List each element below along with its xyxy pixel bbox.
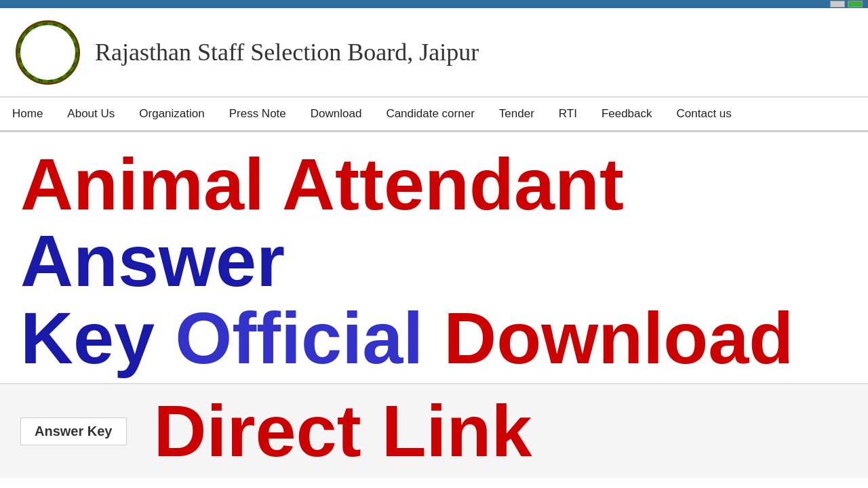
nav-item-download[interactable]: Download [298,98,374,130]
nav-item-contact[interactable]: Contact us [665,98,744,130]
nav-link-candidate-corner[interactable]: Candidate corner [374,98,486,130]
nav-link-contact[interactable]: Contact us [665,98,744,130]
nav-link-organization[interactable]: Organization [127,98,216,130]
hero-line1-red: Animal Attendant [20,143,624,225]
hero-line2-red: Download [443,297,793,379]
top-bar-btn-2[interactable] [848,1,863,7]
nav-link-press-note[interactable]: Press Note [217,98,298,130]
nav-item-home[interactable]: Home [0,98,55,130]
top-bar [0,0,868,8]
hero-line1: Animal Attendant Answer [20,146,848,300]
main-navbar: Home About Us Organization Press Note Do… [0,98,868,132]
hero-line1-blue: Answer [20,220,285,302]
logo-container: राजस्थान [14,15,81,89]
nav-item-press-note[interactable]: Press Note [217,98,298,130]
nav-link-rti[interactable]: RTI [547,98,589,130]
nav-item-rti[interactable]: RTI [547,98,589,130]
nav-item-about[interactable]: About Us [55,98,127,130]
hero-title: Animal Attendant Answer Key Official Dow… [20,146,848,376]
hero-line2-blue1: Key [20,297,155,379]
nav-link-about[interactable]: About Us [55,98,127,130]
nav-item-tender[interactable]: Tender [487,98,547,130]
logo-wreath [18,22,78,83]
nav-link-home[interactable]: Home [0,98,55,130]
nav-item-feedback[interactable]: Feedback [589,98,665,130]
top-bar-btn-1[interactable] [830,1,845,7]
nav-link-tender[interactable]: Tender [487,98,547,130]
site-header: राजस्थान Rajasthan Staff Selection Board… [0,8,868,98]
hero-line2: Key Official Download [20,300,848,376]
nav-link-feedback[interactable]: Feedback [589,98,665,130]
nav-item-organization[interactable]: Organization [127,98,216,130]
nav-item-candidate-corner[interactable]: Candidate corner [374,98,486,130]
answer-key-badge: Answer Key [20,418,127,445]
nav-link-download[interactable]: Download [298,98,374,130]
org-logo: राजस्थान [16,20,80,85]
hero-line2-blue2: Official [175,297,423,379]
direct-link-text: Direct Link [154,394,532,468]
bottom-section: Answer Key Direct Link [0,383,868,478]
main-content: Animal Attendant Answer Key Official Dow… [0,132,868,383]
org-title: Rajasthan Staff Selection Board, Jaipur [95,38,479,66]
